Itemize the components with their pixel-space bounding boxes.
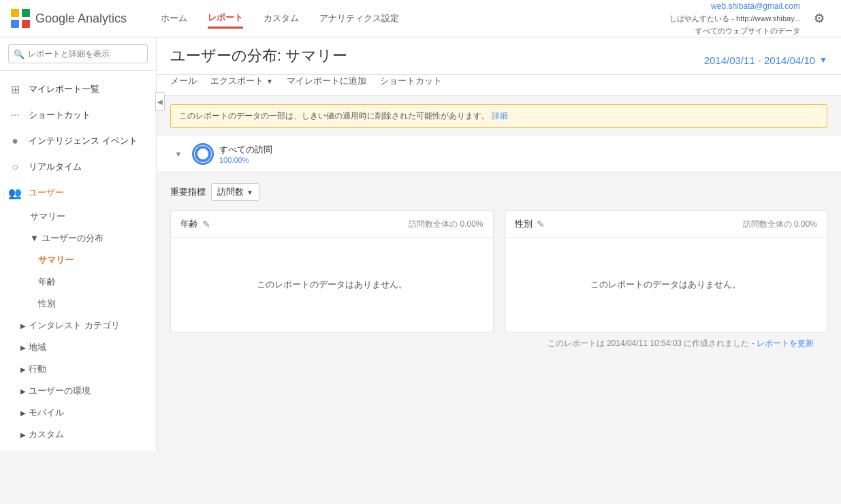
segment-area: ▼ すべての訪問 100.00% [157,136,841,172]
realtime-icon: ○ [8,160,22,174]
mobile-label: モバイル [29,407,64,419]
gender-edit-icon[interactable]: ✎ [537,219,545,230]
age-card-header: 年齢 ✎ 訪問数全体の 0.00% [171,211,493,238]
segment-donut-icon [194,145,212,163]
report-toolbar: メール エクスポート ▼ マイレポートに追加 ショートカット [157,75,841,96]
sidebar-item-users[interactable]: 👥 ユーザー [0,180,156,206]
logo-area: Google Analytics [11,9,161,28]
age-card-body: このレポートのデータはありません。 [171,238,493,332]
sidebar-my-reports-label: マイレポート一覧 [29,83,148,95]
sidebar-intelligence-label: インテリジェンス イベント [29,135,148,147]
refresh-report-link[interactable]: レポートを更新 [757,338,814,348]
custom-arrow: ▶ [20,431,26,439]
sidebar-sub-age[interactable]: 年齢 [0,271,156,293]
gender-no-data-text: このレポートのデータはありません。 [590,279,741,289]
nav-home[interactable]: ホーム [161,10,187,27]
sidebar-nav: ⊞ マイレポート一覧 ··· ショートカット ● インテリジェンス イベント ○… [0,71,156,451]
segment-info: すべての訪問 100.00% [219,144,272,164]
sidebar-collapse-button[interactable]: ◀ [155,92,165,111]
sidebar-item-intelligence[interactable]: ● インテリジェンス イベント [0,128,156,154]
behavior-label: 行動 [29,363,46,375]
sidebar-item-realtime[interactable]: ○ リアルタイム [0,154,156,180]
behavior-arrow: ▶ [20,366,26,373]
date-range-selector[interactable]: 2014/03/11 - 2014/04/10 ▼ [704,54,827,66]
sidebar-toggle-region[interactable]: ▶ 地域 [0,336,156,358]
metrics-dropdown-arrow-icon: ▼ [247,189,253,196]
my-reports-icon: ⊞ [8,82,22,96]
svg-rect-2 [11,20,19,28]
metrics-label: 重要指標 [170,186,206,198]
sidebar-sub-user-distribution[interactable]: ▼ ユーザーの分布 [0,227,156,249]
gender-card-body: このレポートのデータはありません。 [505,238,827,332]
age-no-data-text: このレポートのデータはありません。 [257,279,407,289]
mail-button[interactable]: メール [170,75,197,87]
segment-name: すべての訪問 [219,144,272,156]
segment-percentage: 100.00% [219,156,272,164]
user-email[interactable]: web.shibata@gmail.com [711,1,800,11]
warning-bar: このレポートのデータの一部は、しきい値の適用時に削除された可能性があります。 詳… [170,104,827,128]
age-edit-icon[interactable]: ✎ [202,219,210,230]
nav-reports[interactable]: レポート [208,9,243,29]
gender-card: 性別 ✎ 訪問数全体の 0.00% このレポートのデータはありません。 [505,210,828,332]
gender-card-stat: 訪問数全体の 0.00% [743,219,817,230]
user-site: すべてのウェブサイトのデータ [669,25,800,37]
settings-icon[interactable]: ⚙ [808,7,830,29]
top-right-area: web.shibata@gmail.com しばやんすたいる - http://… [669,0,830,37]
shortcuts-icon: ··· [8,108,22,122]
mobile-arrow: ▶ [20,409,26,417]
sidebar-search-area: 🔍 [0,37,156,71]
sidebar-toggle-custom[interactable]: ▶ カスタム [0,424,156,445]
region-label: 地域 [29,341,46,353]
sidebar: 🔍 ⊞ マイレポート一覧 ··· ショートカット ● インテリジ [0,37,157,451]
sidebar-sub-dist-summary[interactable]: サマリー [0,249,156,271]
search-wrapper: 🔍 [8,44,148,63]
user-dist-label: ユーザーの分布 [42,233,104,243]
gender-title-text: 性別 [515,218,533,230]
svg-point-4 [196,147,210,161]
sidebar-toggle-interest[interactable]: ▶ インタレスト カテゴリ [0,315,156,336]
warning-link[interactable]: 詳細 [492,111,508,121]
interest-arrow: ▶ [20,322,26,330]
gender-card-header: 性別 ✎ 訪問数全体の 0.00% [505,211,827,238]
page-title: ユーザーの分布: サマリー [170,46,347,74]
sidebar-sub-gender[interactable]: 性別 [0,293,156,315]
users-icon: 👥 [8,186,22,200]
metrics-header: 重要指標 訪問数 ▼ [170,183,827,201]
shortcut-button[interactable]: ショートカット [380,75,442,87]
sidebar-item-my-reports[interactable]: ⊞ マイレポート一覧 [0,76,156,102]
custom-label: カスタム [29,428,64,441]
segment-circle-icon [192,143,214,165]
search-input[interactable] [8,44,148,63]
export-label: エクスポート [210,75,264,87]
age-card-title: 年齢 ✎ [180,218,210,230]
nav-analytics-settings[interactable]: アナリティクス設定 [319,10,399,27]
sidebar-item-shortcuts[interactable]: ··· ショートカット [0,102,156,128]
metrics-dropdown[interactable]: 訪問数 ▼ [211,183,259,201]
environment-arrow: ▶ [20,388,26,395]
date-range-arrow-icon: ▼ [819,55,827,65]
main-layout: 🔍 ⊞ マイレポート一覧 ··· ショートカット ● インテリジ [0,37,841,504]
user-account: しばやんすたいる - http://www.shibay... [669,13,800,25]
main-content: ユーザーの分布: サマリー 2014/03/11 - 2014/04/10 ▼ … [157,37,841,504]
cards-row: 年齢 ✎ 訪問数全体の 0.00% このレポートのデータはありません。 性別 [170,210,827,332]
sidebar-toggle-behavior[interactable]: ▶ 行動 [0,358,156,380]
svg-rect-3 [22,20,30,28]
nav-links: ホーム レポート カスタム アナリティクス設定 [161,9,669,29]
footer-note-text: このレポートは 2014/04/11 10:54:03 に作成されました - [548,338,757,348]
sidebar-sub-summary[interactable]: サマリー [0,206,156,227]
environment-label: ユーザーの環境 [29,385,91,397]
nav-custom[interactable]: カスタム [264,10,299,27]
segment-toggle-button[interactable]: ▼ [170,146,187,162]
ga-logo-icon [11,9,30,28]
interest-label: インタレスト カテゴリ [29,319,120,332]
export-button[interactable]: エクスポート ▼ [210,75,273,87]
user-info: web.shibata@gmail.com しばやんすたいる - http://… [669,0,800,37]
region-arrow: ▶ [20,344,26,351]
add-to-my-reports-button[interactable]: マイレポートに追加 [287,75,366,87]
export-arrow-icon: ▼ [266,78,273,85]
sidebar-realtime-label: リアルタイム [29,161,148,173]
sidebar-toggle-mobile[interactable]: ▶ モバイル [0,402,156,424]
svg-rect-1 [22,9,30,17]
sidebar-toggle-environment[interactable]: ▶ ユーザーの環境 [0,380,156,402]
content-header: ユーザーの分布: サマリー 2014/03/11 - 2014/04/10 ▼ [157,37,841,75]
